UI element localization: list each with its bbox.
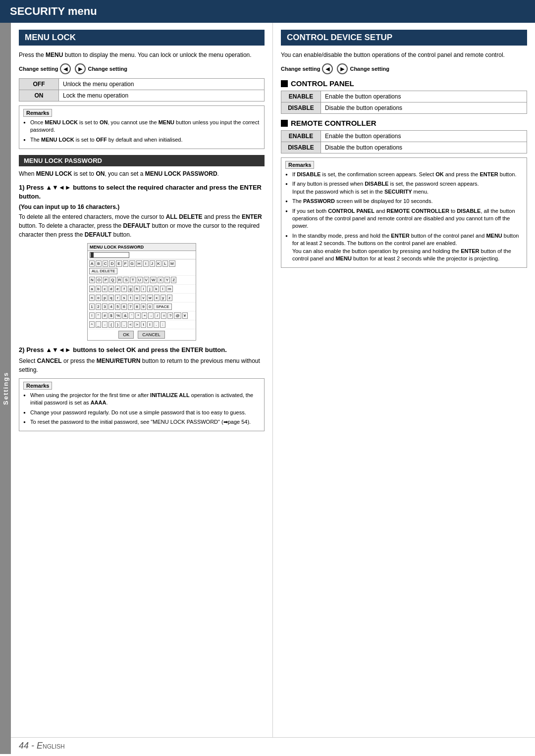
key-caret[interactable]: ^ bbox=[89, 321, 95, 328]
key-question[interactable]: ? bbox=[167, 312, 173, 319]
key-equals[interactable]: = bbox=[161, 312, 166, 319]
key-pipe[interactable]: I bbox=[147, 321, 153, 328]
key-1[interactable]: 1 bbox=[89, 303, 95, 310]
key-y[interactable]: y bbox=[160, 295, 166, 301]
key-underscore[interactable]: _ bbox=[96, 321, 101, 328]
key-m[interactable]: m bbox=[166, 286, 173, 292]
key-9[interactable]: 9 bbox=[141, 303, 146, 310]
key-K[interactable]: K bbox=[156, 260, 161, 267]
key-r[interactable]: r bbox=[115, 295, 120, 301]
key-H[interactable]: H bbox=[136, 260, 142, 267]
key-yen[interactable]: ¥ bbox=[182, 312, 188, 319]
key-I[interactable]: I bbox=[143, 260, 149, 267]
on-key: ON bbox=[19, 90, 59, 101]
key-a[interactable]: a bbox=[89, 286, 95, 292]
key-e[interactable]: e bbox=[115, 286, 120, 292]
key-D[interactable]: D bbox=[109, 260, 115, 267]
table-row: DISABLE Disable the button operations bbox=[281, 102, 527, 114]
keyboard-row-1: A B C D E F G H I J K L M ALL DELETE bbox=[88, 259, 196, 276]
key-dash[interactable]: - bbox=[102, 321, 107, 328]
key-7[interactable]: 7 bbox=[128, 303, 133, 310]
enable-key-remote: ENABLE bbox=[281, 131, 321, 142]
key-8[interactable]: 8 bbox=[134, 303, 140, 310]
key-k[interactable]: k bbox=[154, 286, 159, 292]
key-M[interactable]: M bbox=[169, 260, 175, 267]
key-comma[interactable]: , bbox=[121, 321, 127, 328]
keyboard-row-5: 1 2 3 4 5 6 7 8 9 0 SPACE bbox=[88, 302, 196, 311]
key-R[interactable]: R bbox=[117, 277, 123, 283]
key-gt[interactable]: > bbox=[134, 321, 140, 328]
key-L[interactable]: L bbox=[162, 260, 168, 267]
key-Q[interactable]: Q bbox=[109, 277, 115, 283]
key-v[interactable]: v bbox=[141, 295, 146, 301]
key-amp[interactable]: & bbox=[122, 312, 128, 319]
key-at[interactable]: @ bbox=[174, 312, 181, 319]
key-apos[interactable]: ' bbox=[129, 312, 134, 319]
key-q[interactable]: q bbox=[108, 295, 114, 301]
key-Y[interactable]: Y bbox=[164, 277, 170, 283]
key-minus[interactable]: - bbox=[148, 312, 154, 319]
key-6[interactable]: 6 bbox=[121, 303, 127, 310]
key-dot[interactable]: . bbox=[154, 321, 159, 328]
key-f[interactable]: f bbox=[121, 286, 127, 292]
remark-item: To reset the password to the initial pas… bbox=[23, 418, 260, 426]
keyboard-cancel-button[interactable]: CANCEL bbox=[138, 331, 165, 339]
key-star[interactable]: * bbox=[135, 312, 141, 319]
key-slash[interactable]: / bbox=[155, 312, 160, 319]
key-t2[interactable]: t bbox=[141, 321, 146, 328]
key-d[interactable]: d bbox=[108, 286, 114, 292]
key-g[interactable]: g bbox=[128, 286, 133, 292]
key-p[interactable]: p bbox=[102, 295, 107, 301]
key-openparen[interactable]: ( bbox=[108, 321, 114, 328]
key-0[interactable]: 0 bbox=[147, 303, 153, 310]
key-B[interactable]: B bbox=[96, 260, 101, 267]
key-x[interactable]: x bbox=[154, 295, 160, 301]
key-plus[interactable]: + bbox=[142, 312, 147, 319]
key-T[interactable]: T bbox=[130, 277, 136, 283]
key-o[interactable]: o bbox=[96, 295, 101, 301]
key-O[interactable]: O bbox=[96, 277, 102, 283]
key-2[interactable]: 2 bbox=[96, 303, 101, 310]
key-z[interactable]: z bbox=[167, 295, 172, 301]
key-3[interactable]: 3 bbox=[102, 303, 107, 310]
key-5[interactable]: 5 bbox=[115, 303, 120, 310]
key-C[interactable]: C bbox=[103, 260, 108, 267]
key-colon[interactable]: : bbox=[160, 321, 165, 328]
key-E[interactable]: E bbox=[116, 260, 121, 267]
key-N[interactable]: N bbox=[89, 277, 95, 283]
key-s[interactable]: s bbox=[121, 295, 127, 301]
key-S[interactable]: S bbox=[123, 277, 129, 283]
key-4[interactable]: 4 bbox=[108, 303, 114, 310]
key-l[interactable]: l bbox=[160, 286, 165, 292]
key-F[interactable]: F bbox=[123, 260, 128, 267]
key-exclaim[interactable]: ! bbox=[89, 312, 95, 319]
key-closeparen[interactable]: ) bbox=[115, 321, 120, 328]
key-n[interactable]: n bbox=[89, 295, 95, 301]
key-b[interactable]: b bbox=[96, 286, 101, 292]
key-P[interactable]: P bbox=[103, 277, 108, 283]
key-dollar[interactable]: $ bbox=[108, 312, 114, 319]
key-J[interactable]: J bbox=[150, 260, 155, 267]
key-h[interactable]: h bbox=[134, 286, 140, 292]
key-hash[interactable]: # bbox=[102, 312, 107, 319]
key-V[interactable]: V bbox=[144, 277, 149, 283]
key-percent[interactable]: % bbox=[115, 312, 121, 319]
key-w[interactable]: w bbox=[147, 295, 153, 301]
key-A[interactable]: A bbox=[89, 260, 95, 267]
key-u[interactable]: u bbox=[134, 295, 140, 301]
keyboard-ok-button[interactable]: OK bbox=[118, 331, 134, 339]
key-quote[interactable]: " bbox=[96, 312, 101, 319]
key-U[interactable]: U bbox=[137, 277, 143, 283]
key-space[interactable]: SPACE bbox=[154, 303, 172, 310]
key-W[interactable]: W bbox=[150, 277, 157, 283]
key-X[interactable]: X bbox=[158, 277, 163, 283]
key-lt[interactable]: < bbox=[128, 321, 133, 328]
key-j[interactable]: j bbox=[147, 286, 153, 292]
key-i[interactable]: i bbox=[141, 286, 146, 292]
key-all-delete[interactable]: ALL DELETE bbox=[89, 268, 117, 274]
key-Z[interactable]: Z bbox=[171, 277, 176, 283]
footer-text: 44 - ENGLISH bbox=[19, 741, 65, 751]
key-G[interactable]: G bbox=[129, 260, 135, 267]
key-c[interactable]: c bbox=[102, 286, 107, 292]
key-t[interactable]: t bbox=[128, 295, 133, 301]
